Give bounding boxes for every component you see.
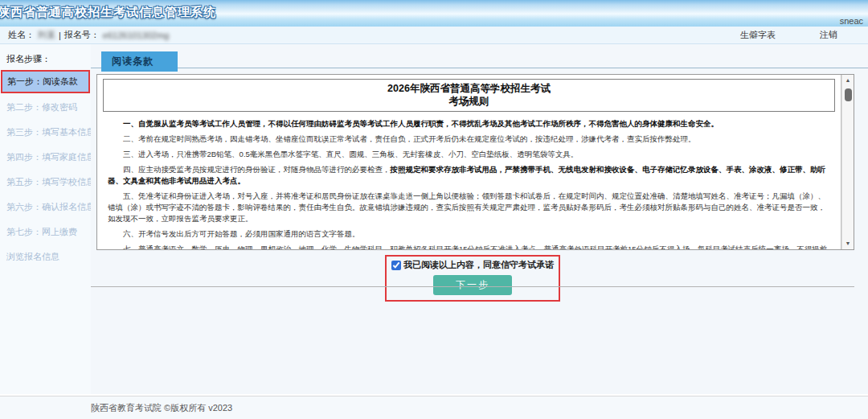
terms-paragraphs: 一、自觉服从监考员等考试工作人员管理，不得以任何理由妨碍监考员等考试工作人员履行… (97, 115, 841, 249)
agreement-label: 我已阅读以上内容，同意信守考试承诺 (403, 259, 554, 271)
tab-row: 阅读条款 (91, 44, 868, 69)
header-banner: 陕西省普通高校招生考试信息管理系统 sneac (0, 0, 868, 27)
terms-paragraph: 二、考前在规定时间熟悉考场，因走错考场、坐错座位而耽误正常考试者，责任自负，正式… (108, 134, 830, 145)
sidebar-item-step4[interactable]: 第四步：填写家庭信息 (0, 145, 91, 170)
terms-scroll-area[interactable]: 2026年陕西省普通高等学校招生考试 考场规则 一、自觉服从监考员等考试工作人员… (97, 75, 841, 249)
main-content: 阅读条款 2026年陕西省普通高等学校招生考试 考场规则 一、自觉服从监考员等考… (91, 44, 868, 394)
sidebar-item-step1[interactable]: 第一步：阅读条款 (1, 70, 90, 93)
scrollbar-thumb[interactable] (845, 88, 852, 101)
regno-value: e6126101302mg (103, 31, 170, 40)
sidebar-item-step7[interactable]: 第七步：网上缴费 (0, 220, 91, 244)
logout-link[interactable]: 注销 (820, 29, 837, 41)
terms-paragraph: 六、开考信号发出后方可开始答题，必须用国家通用的语言文字答题。 (108, 228, 830, 240)
name-value: 刘某 (38, 29, 55, 41)
document-title-line2: 考场规则 (104, 95, 834, 108)
next-step-button[interactable]: 下一步 (433, 275, 512, 295)
regno-label: 报名号： (64, 29, 100, 41)
brand-text: sneac (840, 16, 863, 26)
agreement-row: 我已阅读以上内容，同意信守考试承诺 (391, 259, 554, 271)
content-divider (91, 286, 854, 287)
sidebar-item-step5[interactable]: 第五步：填写学校信息 (0, 170, 91, 195)
sidebar-item-step3[interactable]: 第三步：填写基本信息 (0, 120, 91, 145)
agreement-checkbox[interactable] (391, 261, 401, 270)
terms-paragraph: 五、凭准考证和身份证进入考场，对号入座，并将准考证和居民身份证放在课桌靠走道一侧… (108, 191, 830, 224)
terms-paragraph: 七、普通高考语文、数学、历史、物理、思想政治、地理、化学、生物学科目、职教单招各… (108, 244, 830, 249)
scroll-down-icon[interactable]: ▼ (845, 238, 851, 249)
terms-panel: 2026年陕西省普通高等学校招生考试 考场规则 一、自觉服从监考员等考试工作人员… (96, 74, 854, 250)
sidebar-item-browse[interactable]: 浏览报名信息 (0, 244, 91, 269)
agreement-highlight-box: 我已阅读以上内容，同意信守考试承诺 下一步 (385, 255, 560, 302)
document-title: 2026年陕西省普通高等学校招生考试 考场规则 (103, 79, 835, 112)
system-title: 陕西省普通高校招生考试信息管理系统 (0, 5, 216, 20)
copyright-text: 陕西省教育考试院 ©版权所有 v2023 (91, 402, 232, 414)
steps-sidebar: 报名步骤： 第一步：阅读条款 第二步：修改密码 第三步：填写基本信息 第四步：填… (0, 44, 91, 394)
footer: 陕西省教育考试院 ©版权所有 v2023 (0, 396, 868, 419)
terms-paragraph: 四、应主动接受监考员按规定进行的身份验证，对随身物品等进行的必要检查，按照规定和… (108, 164, 830, 187)
terms-paragraph: 三、进入考场，只准携带2B铅笔、0.5毫米黑色墨水签字笔、直尺、圆规、三角板、无… (108, 149, 830, 160)
rare-chars-link[interactable]: 生僻字表 (740, 29, 776, 41)
scrollbar[interactable]: ▲ ▼ (841, 75, 854, 249)
user-bar: 姓名：刘某 | 报名号：e6126101302mg 生僻字表 注销 (0, 27, 868, 44)
sidebar-item-step6[interactable]: 第六步：确认报名信息 (0, 195, 91, 220)
tab-underline (91, 68, 868, 68)
separator: | (59, 31, 61, 40)
name-label: 姓名： (8, 29, 35, 41)
terms-paragraph: 一、自觉服从监考员等考试工作人员管理，不得以任何理由妨碍监考员等考试工作人员履行… (108, 118, 830, 129)
scroll-up-icon[interactable]: ▲ (845, 75, 851, 86)
tab-read-terms[interactable]: 阅读条款 (101, 51, 178, 72)
sidebar-title: 报名步骤： (0, 51, 91, 70)
sidebar-item-step2[interactable]: 第二步：修改密码 (0, 95, 91, 120)
document-title-line1: 2026年陕西省普通高等学校招生考试 (104, 82, 834, 95)
